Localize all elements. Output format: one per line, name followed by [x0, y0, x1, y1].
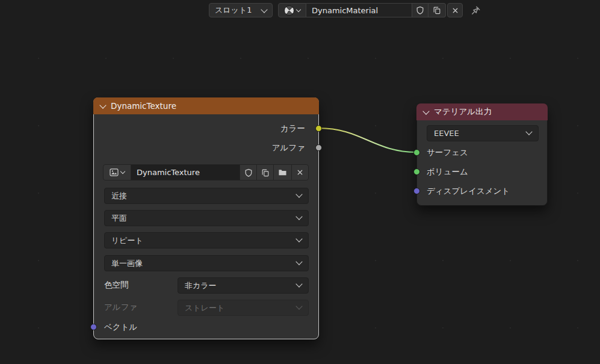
input-row-displacement: ディスプレイスメント	[427, 184, 510, 199]
link-color-to-surface	[319, 128, 416, 152]
displacement-input-label: ディスプレイスメント	[427, 186, 510, 197]
extension-dropdown[interactable]: リピート	[104, 232, 309, 248]
new-material-button[interactable]	[428, 3, 446, 17]
image-texture-node[interactable]: DynamicTexture カラー アルファ DynamicTexture	[93, 97, 319, 339]
image-browse-button[interactable]	[103, 164, 131, 180]
input-row-vector: ベクトル	[104, 319, 137, 335]
alpha-mode-label: アルファ	[104, 300, 137, 315]
image-open-button[interactable]	[273, 164, 292, 180]
colorspace-label: 色空間	[104, 277, 129, 293]
chevron-down-icon	[296, 7, 301, 11]
collapse-chevron-icon[interactable]	[422, 108, 429, 114]
chevron-down-icon	[120, 169, 125, 174]
output-color-label: カラー	[280, 123, 305, 134]
engine-value: EEVEE	[434, 129, 459, 138]
material-output-node[interactable]: マテリアル出力 EEVEE サーフェス ボリューム ディスプレイスメント	[416, 103, 548, 206]
image-name-field[interactable]: DynamicTexture	[131, 164, 240, 180]
socket-input-vector[interactable]	[90, 324, 97, 330]
surface-input-label: サーフェス	[427, 147, 468, 158]
chevron-down-icon	[295, 280, 302, 287]
image-fake-user-button[interactable]	[240, 164, 257, 180]
chevron-down-icon	[295, 303, 302, 309]
projection-dropdown[interactable]: 平面	[104, 210, 309, 226]
slot-label: スロット1	[215, 5, 252, 16]
source-value: 単一画像	[111, 258, 143, 269]
image-name-text: DynamicTexture	[137, 168, 200, 177]
pin-icon	[471, 5, 481, 16]
socket-input-surface[interactable]	[413, 149, 420, 156]
engine-dropdown[interactable]: EEVEE	[427, 125, 539, 141]
chevron-down-icon	[295, 235, 302, 242]
collapse-chevron-icon[interactable]	[99, 102, 106, 108]
image-unlink-button[interactable]	[291, 164, 309, 180]
material-name-field[interactable]: DynamicMaterial	[306, 3, 412, 17]
alpha-mode-dropdown[interactable]: ストレート	[178, 300, 309, 316]
input-row-surface: サーフェス	[427, 145, 468, 161]
fake-user-button[interactable]	[412, 3, 428, 17]
output-row-alpha: アルファ	[272, 140, 305, 156]
volume-input-label: ボリューム	[427, 167, 468, 177]
material-slot-dropdown[interactable]: スロット1	[209, 3, 273, 17]
input-row-volume: ボリューム	[427, 164, 468, 180]
socket-input-displacement[interactable]	[413, 188, 420, 194]
interpolation-value: 近接	[111, 191, 127, 202]
chevron-down-icon	[295, 258, 302, 265]
close-icon	[451, 7, 459, 14]
material-header-bar: スロット1 DynamicMaterial	[209, 3, 481, 17]
chevron-down-icon	[295, 191, 302, 197]
output-alpha-label: アルファ	[272, 143, 305, 153]
output-node-title: マテリアル出力	[434, 106, 492, 117]
colorspace-dropdown[interactable]: 非カラー	[178, 277, 309, 294]
shield-icon	[416, 6, 424, 14]
node-editor-canvas[interactable]: スロット1 DynamicMaterial	[0, 0, 600, 364]
output-row-color: カラー	[280, 121, 305, 137]
socket-input-volume[interactable]	[413, 168, 420, 175]
alpha-mode-value: ストレート	[185, 303, 224, 313]
texture-node-title: DynamicTexture	[111, 101, 176, 111]
material-browse-button[interactable]	[278, 3, 306, 17]
chevron-down-icon	[295, 213, 302, 220]
socket-output-color[interactable]	[315, 125, 322, 132]
unlink-material-button[interactable]	[447, 3, 463, 17]
image-datablock-selector: DynamicTexture	[103, 164, 309, 180]
extension-value: リピート	[111, 235, 143, 246]
material-preview-icon	[284, 5, 294, 16]
output-node-header[interactable]: マテリアル出力	[416, 103, 548, 120]
projection-value: 平面	[111, 213, 127, 224]
folder-icon	[278, 168, 287, 176]
copy-icon	[261, 168, 270, 177]
copy-icon	[433, 6, 441, 14]
colorspace-value: 非カラー	[185, 280, 217, 291]
vector-input-label: ベクトル	[104, 322, 137, 333]
interpolation-dropdown[interactable]: 近接	[104, 188, 309, 204]
source-dropdown[interactable]: 単一画像	[104, 255, 309, 271]
chevron-down-icon	[261, 6, 267, 13]
pin-toggle[interactable]	[471, 5, 481, 16]
image-icon	[110, 168, 119, 176]
socket-output-alpha[interactable]	[315, 144, 322, 151]
texture-node-header[interactable]: DynamicTexture	[93, 97, 319, 114]
shield-icon	[244, 168, 253, 177]
material-name-text: DynamicMaterial	[312, 6, 378, 15]
chevron-down-icon	[525, 128, 532, 135]
image-new-button[interactable]	[256, 164, 274, 180]
material-selector-group: DynamicMaterial	[278, 3, 446, 17]
close-icon	[296, 168, 304, 176]
